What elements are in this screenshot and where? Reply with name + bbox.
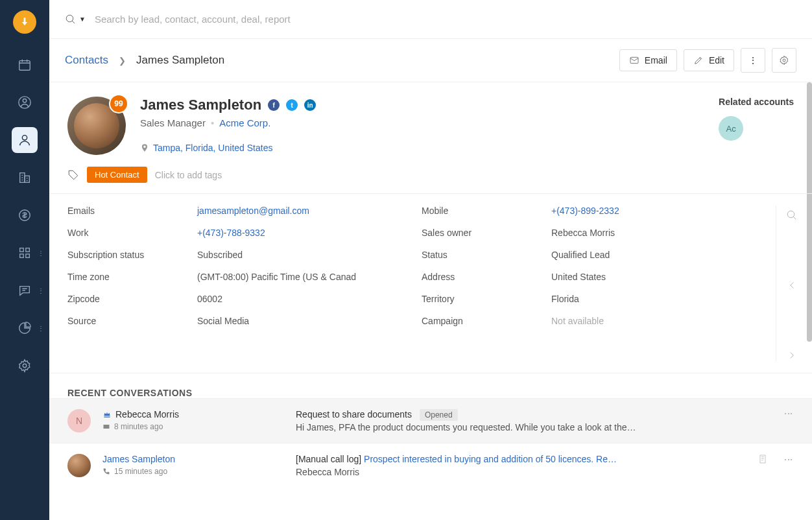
related-heading: Related accounts: [719, 97, 794, 107]
breadcrumb: Contacts ❯ James Sampleton: [65, 54, 224, 67]
field-value: Subscribed: [197, 250, 243, 260]
nav-deals-icon[interactable]: [12, 202, 38, 228]
hot-contact-tag[interactable]: Hot Contact: [87, 167, 147, 183]
svg-point-14: [787, 211, 794, 218]
sidebar: ⋮ ⋮ ⋮: [0, 0, 49, 520]
email-icon: [102, 423, 110, 431]
side-panel: [776, 206, 807, 361]
field-label: Address: [422, 272, 551, 282]
job-title: Sales Manager: [140, 117, 206, 128]
nav-contacts-icon[interactable]: [12, 127, 38, 153]
location-text[interactable]: Tampa, Florida, United States: [153, 143, 272, 153]
related-account-badge[interactable]: Ac: [719, 116, 743, 141]
related-accounts: Related accounts Ac: [719, 97, 794, 155]
gear-icon: [779, 55, 789, 65]
convo-avatar: N: [67, 409, 91, 432]
field-label: Sales owner: [422, 228, 551, 238]
note-icon[interactable]: [758, 454, 768, 464]
svg-point-13: [783, 59, 785, 62]
topbar: ▼: [49, 0, 812, 39]
nav-accounts-icon[interactable]: [12, 165, 38, 191]
field-value: 06002: [197, 294, 222, 304]
field-label: Campaign: [422, 316, 551, 326]
svg-point-1: [23, 99, 27, 103]
conversation-row[interactable]: James Sampleton 15 minutes ago [Manual c…: [49, 443, 812, 488]
linkedin-icon[interactable]: in: [304, 99, 316, 111]
convo-link[interactable]: Prospect interested in buying and additi…: [364, 454, 617, 464]
crown-icon: [102, 410, 112, 419]
contact-name: James Sampleton: [140, 97, 261, 113]
avatar[interactable]: 99: [67, 97, 126, 155]
field-value: United States: [551, 272, 606, 282]
profile-header: 99 James Sampleton f t in Sales Manager …: [49, 82, 812, 167]
field-value[interactable]: +(473)-899-2332: [551, 206, 619, 216]
breadcrumb-root[interactable]: Contacts: [65, 54, 108, 67]
convo-sub: Rebecca Morris: [296, 467, 746, 477]
chevron-left-icon[interactable]: [786, 279, 798, 291]
details-left: Emailsjamesampleton@gmail.com Work+(473)…: [67, 206, 396, 361]
field-value: Social Media: [197, 316, 249, 326]
field-value: Qualified Lead: [551, 250, 610, 260]
email-button-label: Email: [645, 55, 667, 65]
search-icon[interactable]: [786, 209, 798, 221]
add-tags[interactable]: Click to add tags: [155, 170, 222, 180]
field-value[interactable]: +(473)-788-9332: [197, 228, 265, 238]
separator-dot: •: [211, 117, 214, 128]
search-icon[interactable]: ▼: [65, 14, 86, 25]
convo-more-icon[interactable]: ⋮: [783, 409, 794, 418]
svg-point-11: [66, 15, 73, 22]
field-value[interactable]: jamesampleton@gmail.com: [197, 206, 309, 216]
nav-lead-icon[interactable]: [12, 89, 38, 115]
field-value: Rebecca Morris: [551, 228, 615, 238]
nav-chat-icon[interactable]: ⋮: [12, 278, 38, 303]
search-dropdown-caret[interactable]: ▼: [79, 16, 86, 23]
svg-rect-9: [26, 254, 30, 258]
more-button[interactable]: ⋮: [741, 48, 765, 73]
status-badge: Opened: [420, 409, 458, 421]
field-value: Not available: [551, 316, 604, 326]
nav-apps-icon[interactable]: ⋮: [12, 240, 38, 266]
convo-more-icon[interactable]: ⋮: [783, 455, 794, 464]
chevron-right-icon[interactable]: [786, 349, 798, 361]
company-link[interactable]: Acme Corp.: [219, 117, 270, 128]
convo-subject: Request to share documents: [296, 409, 412, 420]
logo[interactable]: [13, 10, 36, 34]
breadcrumb-current: James Sampleton: [136, 54, 224, 67]
nav-calendar-icon[interactable]: [12, 52, 38, 78]
field-label: Status: [422, 250, 551, 260]
convo-sender: Rebecca Morris: [102, 409, 284, 420]
recent-section: RECENT CONVERSATIONS: [49, 373, 812, 398]
field-label: Territory: [422, 294, 551, 304]
conversation-row[interactable]: N Rebecca Morris 8 minutes ago Request t…: [49, 398, 812, 443]
convo-preview: Hi James, PFA the product documents you …: [296, 422, 772, 432]
edit-button-label: Edit: [709, 55, 724, 65]
recent-heading: RECENT CONVERSATIONS: [67, 388, 794, 398]
field-label: Work: [67, 228, 197, 238]
svg-point-2: [22, 136, 27, 140]
location-icon: [140, 143, 149, 152]
convo-time: 8 minutes ago: [102, 422, 284, 431]
svg-rect-6: [20, 248, 24, 252]
settings-button[interactable]: [772, 48, 796, 73]
svg-rect-12: [630, 57, 638, 63]
phone-icon: [102, 467, 110, 475]
field-label: Mobile: [422, 206, 551, 216]
facebook-icon[interactable]: f: [268, 99, 280, 111]
convo-sender[interactable]: James Sampleton: [102, 454, 284, 464]
convo-prefix: [Manual call log]: [296, 454, 364, 464]
field-label: Time zone: [67, 272, 197, 282]
twitter-icon[interactable]: t: [286, 99, 298, 111]
field-value: Florida: [551, 294, 579, 304]
content: 99 James Sampleton f t in Sales Manager …: [49, 82, 812, 520]
tags-row: Hot Contact Click to add tags: [49, 167, 812, 193]
email-button[interactable]: Email: [619, 49, 677, 71]
lead-score-badge: 99: [109, 94, 128, 113]
search-input[interactable]: [95, 14, 796, 25]
edit-button[interactable]: Edit: [684, 49, 734, 71]
tag-icon: [67, 169, 79, 181]
svg-rect-4: [25, 176, 29, 182]
convo-time: 15 minutes ago: [102, 467, 284, 476]
nav-settings-icon[interactable]: [12, 353, 38, 379]
details-right: Mobile+(473)-899-2332 Sales ownerRebecca…: [422, 206, 750, 361]
nav-reports-icon[interactable]: ⋮: [12, 315, 38, 341]
